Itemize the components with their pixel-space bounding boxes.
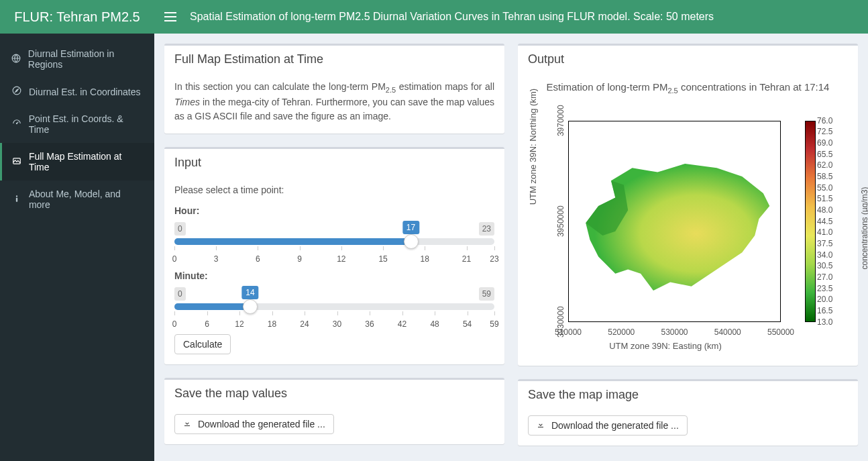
sidebar-item-regions[interactable]: Diurnal Estimation in Regions xyxy=(0,40,154,78)
hour-min: 0 xyxy=(174,222,186,236)
hour-rail[interactable] xyxy=(174,238,494,245)
chart-title: Estimation of long-term PM2.5 concentrat… xyxy=(528,80,848,97)
right-column: Output Estimation of long-term PM2.5 con… xyxy=(518,44,858,451)
svg-marker-2 xyxy=(15,89,19,93)
sidebar-item-label: Point Est. in Coords. & Time xyxy=(29,113,144,135)
panel-description-body: In this section you can calculate the lo… xyxy=(164,73,504,134)
sidebar-item-label: Diurnal Estimation in Regions xyxy=(28,48,144,70)
panel-description-title: Full Map Estimation at Time xyxy=(164,46,504,73)
minute-label: Minute: xyxy=(174,270,208,281)
y-axis-label: UTM zone 39N: Northing (km) xyxy=(527,88,540,204)
minute-min: 0 xyxy=(174,287,186,301)
left-column: Full Map Estimation at Time In this sect… xyxy=(164,44,504,451)
hour-max: 23 xyxy=(479,222,494,236)
page-title: Spatial Estimation of long-term PM2.5 Di… xyxy=(190,11,714,23)
menu-toggle-icon[interactable] xyxy=(164,12,176,21)
panel-input-body: Please select a time point: Hour: 0 23 1… xyxy=(164,176,504,364)
sidebar-item-about[interactable]: About Me, Model, and more xyxy=(0,181,154,218)
x-axis-label: UTM zone 39N: Easting (km) xyxy=(609,340,722,353)
hour-slider[interactable]: 0 23 17 03691215182123 xyxy=(174,238,494,262)
sidebar-item-label: Diurnal Est. in Coordinates xyxy=(29,87,141,97)
hour-fill xyxy=(174,238,411,245)
compass-icon xyxy=(10,86,23,97)
svg-rect-6 xyxy=(16,197,17,201)
colorbar-label: concentrations (µg/m3) xyxy=(859,187,868,269)
hour-label: Hour: xyxy=(174,205,199,216)
panel-save-image: Save the map image Download the generate… xyxy=(518,379,858,446)
content: Full Map Estimation at Time In this sect… xyxy=(154,34,868,461)
sidebar-item-fullmap[interactable]: Full Map Estimation at Time xyxy=(0,143,154,181)
panel-save-image-title: Save the map image xyxy=(518,381,858,409)
main: Spatial Estimation of long-term PM2.5 Di… xyxy=(154,0,868,461)
info-icon xyxy=(10,194,23,205)
panel-save-values-title: Save the map values xyxy=(164,380,504,407)
download-image-button[interactable]: Download the generated file ... xyxy=(528,415,688,436)
svg-point-5 xyxy=(16,195,17,197)
panel-description: Full Map Estimation at Time In this sect… xyxy=(164,44,504,134)
minute-max: 59 xyxy=(479,287,494,301)
download-icon xyxy=(537,420,547,431)
svg-point-3 xyxy=(16,123,17,123)
sidebar-item-label: Full Map Estimation at Time xyxy=(29,151,144,172)
input-prompt: Please select a time point: xyxy=(174,183,494,197)
panel-output: Output Estimation of long-term PM2.5 con… xyxy=(518,44,858,366)
output-chart: UTM zone 39N: Northing (km) 393000039500… xyxy=(528,101,848,356)
image-icon xyxy=(10,156,23,168)
dashboard-icon xyxy=(10,119,23,130)
download-values-button[interactable]: Download the generated file ... xyxy=(174,414,334,434)
sidebar-item-label: About Me, Model, and more xyxy=(29,189,144,210)
panel-input-title: Input xyxy=(164,149,504,176)
sidebar: FLUR: Tehran PM2.5 Diurnal Estimation in… xyxy=(0,0,154,461)
app-logo: FLUR: Tehran PM2.5 xyxy=(0,0,154,34)
topbar: Spatial Estimation of long-term PM2.5 Di… xyxy=(154,0,868,34)
colorbar xyxy=(805,121,816,322)
minute-fill xyxy=(174,303,250,310)
hour-value-tooltip: 17 xyxy=(402,221,419,234)
minute-rail[interactable] xyxy=(174,303,494,310)
sidebar-nav: Diurnal Estimation in Regions Diurnal Es… xyxy=(0,34,154,218)
plot-area xyxy=(568,121,781,322)
sidebar-item-coordinates[interactable]: Diurnal Est. in Coordinates xyxy=(0,78,154,105)
panel-save-values: Save the map values Download the generat… xyxy=(164,378,504,444)
tehran-map-shape xyxy=(569,121,780,333)
globe-icon xyxy=(10,54,23,65)
minute-value-tooltip: 14 xyxy=(241,286,258,299)
calculate-button[interactable]: Calculate xyxy=(174,334,231,354)
panel-output-title: Output xyxy=(518,46,858,73)
minute-slider[interactable]: 0 59 14 06121824303642485459 xyxy=(174,303,494,327)
sidebar-item-point[interactable]: Point Est. in Coords. & Time xyxy=(0,105,154,143)
panel-input: Input Please select a time point: Hour: … xyxy=(164,147,504,364)
download-icon xyxy=(183,419,194,429)
